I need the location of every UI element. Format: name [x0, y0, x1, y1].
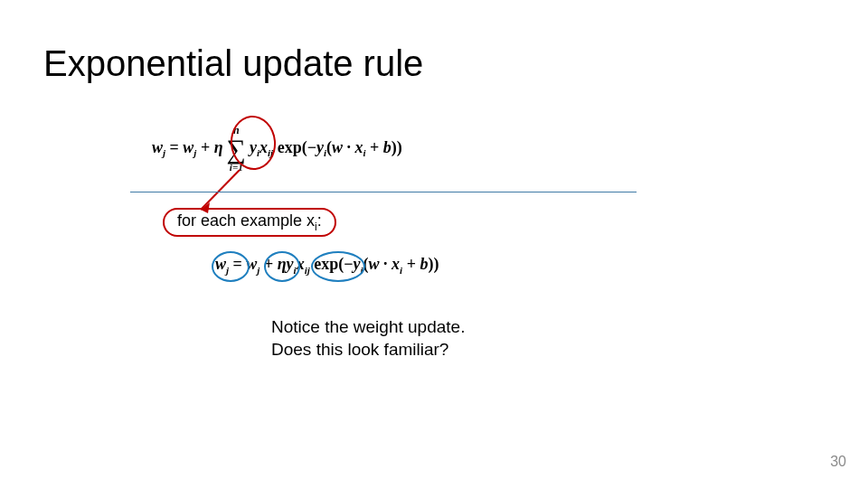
svg-line-0 [201, 170, 240, 210]
eq1-dot: · [343, 138, 355, 156]
eq2-bold-x: x [392, 255, 400, 273]
eq2-dot: · [380, 255, 392, 273]
annotation-circle-wj-lhs [212, 251, 250, 282]
slide-title: Exponential update rule [43, 43, 423, 84]
eq1-b: b [383, 138, 392, 156]
eq1-plus-b: + [366, 138, 383, 156]
eq1-bold-w: w [332, 138, 343, 156]
notice-line-1: Notice the weight update. [271, 316, 465, 339]
eq1-exp-open: exp(− [273, 138, 316, 156]
caption-text-a: for each example x [177, 211, 315, 230]
eq1-close: )) [392, 138, 402, 156]
eq1-w-lhs: w [152, 138, 163, 156]
eq1-eta: η [214, 138, 223, 156]
eq1-y2: y [316, 138, 324, 156]
notice-line-2: Does this look familiar? [271, 339, 465, 361]
eq1-w-rhs: w [183, 138, 193, 156]
eq2-plus-b: + [402, 255, 420, 273]
annotation-circle-wj-rhs [264, 251, 300, 282]
caption-text-b: : [317, 211, 322, 230]
divider [130, 192, 637, 192]
eq2-bold-w: w [369, 255, 380, 273]
eq1-bold-x: x [355, 138, 363, 156]
page-number: 30 [830, 454, 846, 470]
eq2-close: )) [428, 255, 439, 273]
annotation-circle-eta-term [311, 251, 365, 282]
notice-text: Notice the weight update. Does this look… [271, 316, 465, 361]
caption-for-each-example: for each example xi: [163, 208, 336, 237]
eq1-plus: + [196, 138, 213, 156]
eq1-equals: = [165, 138, 183, 156]
